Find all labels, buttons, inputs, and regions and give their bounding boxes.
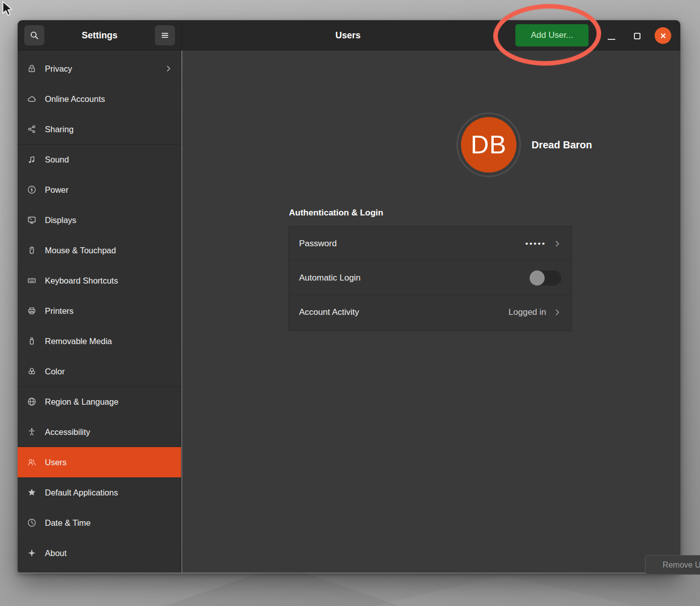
accessibility-person-icon: [27, 427, 37, 437]
auth-rows: Password ••••• Automatic Login Acc: [288, 226, 572, 331]
mouse-icon: [27, 245, 37, 255]
automatic-login-label: Automatic Login: [299, 273, 361, 283]
sidebar-item-users[interactable]: Users: [18, 447, 182, 477]
add-user-button[interactable]: Add User...: [515, 24, 589, 46]
sidebar: Privacy Online Accounts Sharing: [18, 50, 182, 573]
sidebar-item-privacy[interactable]: Privacy: [18, 53, 182, 84]
user-full-name: Dread Baron: [532, 113, 592, 177]
password-label: Password: [299, 239, 337, 249]
avatar: DB: [456, 113, 521, 177]
sidebar-item-sharing[interactable]: Sharing: [18, 114, 182, 144]
settings-window: Settings Users Add User...: [18, 20, 680, 573]
lock-icon: [27, 64, 37, 74]
users-icon: [27, 457, 37, 467]
account-activity-value: Logged in: [508, 307, 546, 317]
sidebar-item-mouse-touchpad[interactable]: Mouse & Touchpad: [18, 235, 182, 265]
mouse-cursor: [1, 1, 15, 16]
sidebar-item-power[interactable]: Power: [18, 175, 182, 205]
titlebar: Settings Users Add User...: [18, 20, 680, 50]
star-icon: [27, 487, 37, 498]
sidebar-item-keyboard-shortcuts[interactable]: Keyboard Shortcuts: [18, 265, 182, 296]
sidebar-item-date-time[interactable]: Date & Time: [18, 508, 182, 538]
sparkle-icon: [27, 548, 37, 558]
color-circles-icon: [27, 366, 37, 376]
password-dots: •••••: [526, 239, 546, 248]
usb-drive-icon: [27, 336, 37, 346]
sidebar-item-about[interactable]: About: [18, 538, 182, 568]
maximize-button[interactable]: [632, 31, 641, 40]
printer-icon: [27, 306, 37, 316]
chevron-right-icon: [553, 308, 561, 316]
sidebar-item-printers[interactable]: Printers: [18, 296, 182, 326]
display-icon: [27, 215, 37, 225]
remove-user-button[interactable]: Remove User...: [645, 555, 700, 575]
sidebar-item-displays[interactable]: Displays: [18, 205, 182, 235]
sidebar-item-accessibility[interactable]: Accessibility: [18, 417, 182, 447]
hamburger-icon: [160, 31, 169, 40]
keyboard-icon: [27, 276, 37, 286]
password-row[interactable]: Password •••••: [289, 227, 571, 261]
chevron-right-icon: [553, 240, 561, 248]
account-activity-label: Account Activity: [299, 307, 359, 317]
account-activity-row[interactable]: Account Activity Logged in: [289, 295, 571, 329]
globe-icon: [27, 397, 37, 407]
sidebar-item-removable-media[interactable]: Removable Media: [18, 326, 182, 356]
page-title: Users: [182, 20, 514, 50]
wallpaper-facet: [353, 575, 656, 606]
avatar-initials: DB: [461, 117, 516, 173]
close-button[interactable]: [655, 27, 671, 44]
power-icon: [27, 185, 37, 195]
sidebar-item-default-applications[interactable]: Default Applications: [18, 477, 182, 508]
music-note-icon: [27, 154, 37, 164]
sidebar-item-color[interactable]: Color: [18, 356, 182, 387]
automatic-login-toggle[interactable]: [529, 270, 561, 286]
auth-section-title: Authentication & Login: [289, 208, 383, 218]
cloud-icon: [27, 94, 37, 104]
clock-icon: [27, 518, 37, 528]
desktop: Settings Users Add User...: [0, 0, 700, 606]
toggle-knob: [530, 270, 545, 286]
minimize-icon: [608, 39, 615, 40]
close-icon: [659, 32, 667, 40]
share-icon: [27, 124, 37, 134]
hamburger-menu-button[interactable]: [155, 25, 175, 45]
chevron-right-icon: [164, 65, 172, 73]
minimize-button[interactable]: [606, 30, 617, 41]
users-panel: DB Dread Baron Authentication & Login Pa…: [182, 50, 680, 573]
sidebar-item-sound[interactable]: Sound: [18, 144, 182, 175]
automatic-login-row: Automatic Login: [289, 261, 571, 295]
sidebar-item-online-accounts[interactable]: Online Accounts: [18, 84, 182, 114]
sidebar-item-region-language[interactable]: Region & Language: [18, 387, 182, 417]
maximize-icon: [634, 33, 640, 39]
